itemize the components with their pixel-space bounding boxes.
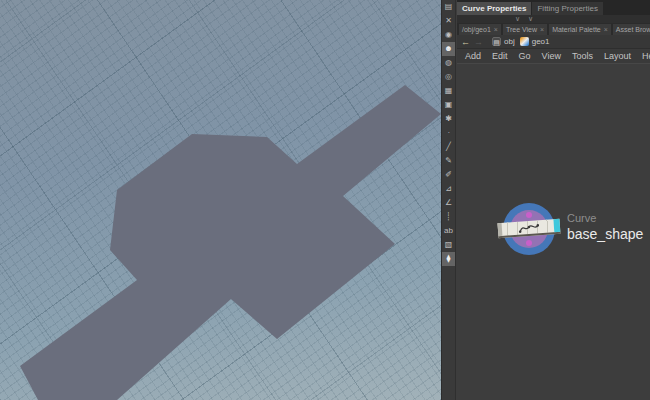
node-name-label[interactable]: base_shape [567, 226, 643, 242]
close-icon[interactable]: ✕ [442, 14, 455, 28]
menu-bar: Add Edit Go View Tools Layout Help [457, 49, 650, 64]
point-icon[interactable]: ∙ [442, 126, 455, 140]
menu-view[interactable]: View [542, 51, 561, 61]
back-arrow-icon[interactable]: ← [461, 37, 470, 47]
snapshot-icon[interactable]: ▦ [442, 84, 455, 98]
curve-shape-polygon[interactable] [20, 85, 441, 400]
pane-tab-label: /obj/geo1 [462, 26, 491, 33]
close-icon[interactable]: × [494, 26, 498, 33]
menu-go[interactable]: Go [519, 51, 531, 61]
node-input-dot[interactable] [526, 212, 532, 218]
menu-tools[interactable]: Tools [572, 51, 593, 61]
close-icon[interactable]: × [604, 26, 608, 33]
character-icon[interactable]: ☻ [442, 42, 455, 56]
triangle-icon[interactable]: ⊿ [442, 182, 455, 196]
divider-icon[interactable]: ┊ [442, 210, 455, 224]
pane-tab-material-palette[interactable]: Material Palette × [549, 24, 611, 35]
node-left-flag[interactable] [498, 223, 503, 236]
pane-tab-obj-geo1[interactable]: /obj/geo1 × [459, 24, 501, 35]
menu-help[interactable]: Help [642, 51, 650, 61]
pane-tab-asset-browser[interactable]: Asset Browser × [613, 24, 650, 35]
breadcrumb-label: geo1 [532, 37, 550, 46]
tab-fitting-properties[interactable]: Fitting Properties [532, 2, 602, 15]
pen-icon[interactable]: ✐ [442, 168, 455, 182]
angle-icon[interactable]: ∠ [442, 196, 455, 210]
node-labels: Curve base_shape [567, 212, 643, 242]
menu-layout[interactable]: Layout [604, 51, 631, 61]
breadcrumb-item-obj[interactable]: ▤ obj [492, 37, 515, 46]
line-icon[interactable]: ╱ [442, 140, 455, 154]
breadcrumb: ← → ▤ obj geo1 [457, 35, 650, 49]
curve-icon [518, 221, 541, 235]
pane-tab-bar: /obj/geo1 × Tree View × Material Palette… [457, 23, 650, 35]
notebook-icon[interactable]: ▤ [442, 0, 455, 14]
pencil-icon[interactable]: ✎ [442, 154, 455, 168]
breadcrumb-label: obj [504, 37, 515, 46]
curve-node-badge[interactable] [503, 203, 555, 255]
tab-curve-properties[interactable]: Curve Properties [457, 2, 531, 15]
stamp-icon[interactable]: ▣ [442, 98, 455, 112]
property-tab-bar: Curve Properties Fitting Properties [457, 0, 650, 15]
close-icon[interactable]: × [540, 26, 544, 33]
globe-icon[interactable]: ◉ [442, 28, 455, 42]
image-icon[interactable]: ▧ [442, 238, 455, 252]
collapse-chevrons[interactable]: ∨ ∨ [457, 15, 650, 23]
forward-arrow-icon[interactable]: → [474, 37, 483, 47]
properties-panel: Curve Properties Fitting Properties ∨ ∨ … [457, 0, 650, 400]
app-window: ▤ ✕ ◉ ☻ ◍ ◎ ▦ ▣ ✱ ∙ ╱ ✎ ✐ ⊿ ∠ ┊ ab ▧ ⧫ C… [0, 0, 650, 400]
node-type-label: Curve [567, 212, 643, 224]
geo-node-icon [520, 37, 529, 46]
scene-viewport[interactable] [0, 0, 441, 400]
pane-tab-tree-view[interactable]: Tree View × [503, 24, 547, 35]
viewport-side-toolbar: ▤ ✕ ◉ ☻ ◍ ◎ ▦ ▣ ✱ ∙ ╱ ✎ ✐ ⊿ ∠ ┊ ab ▧ ⧫ [441, 0, 456, 400]
menu-edit[interactable]: Edit [492, 51, 508, 61]
obj-network-icon: ▤ [492, 37, 501, 46]
light-off-icon[interactable]: ◎ [442, 70, 455, 84]
pane-tab-label: Tree View [506, 26, 537, 33]
breadcrumb-item-geo1[interactable]: geo1 [520, 37, 550, 46]
pane-tab-label: Material Palette [552, 26, 601, 33]
menu-add[interactable]: Add [465, 51, 481, 61]
node-output-dot[interactable] [526, 240, 532, 246]
node-display-flag[interactable] [553, 219, 560, 232]
star-icon[interactable]: ✱ [442, 112, 455, 126]
light-on-icon[interactable]: ◍ [442, 56, 455, 70]
viewport-canvas [0, 0, 441, 400]
text-icon[interactable]: ab [442, 224, 455, 238]
pane-tab-label: Asset Browser [616, 26, 650, 33]
pin-icon[interactable]: ⧫ [442, 252, 455, 266]
network-editor[interactable]: Curve base_shape [457, 64, 650, 400]
